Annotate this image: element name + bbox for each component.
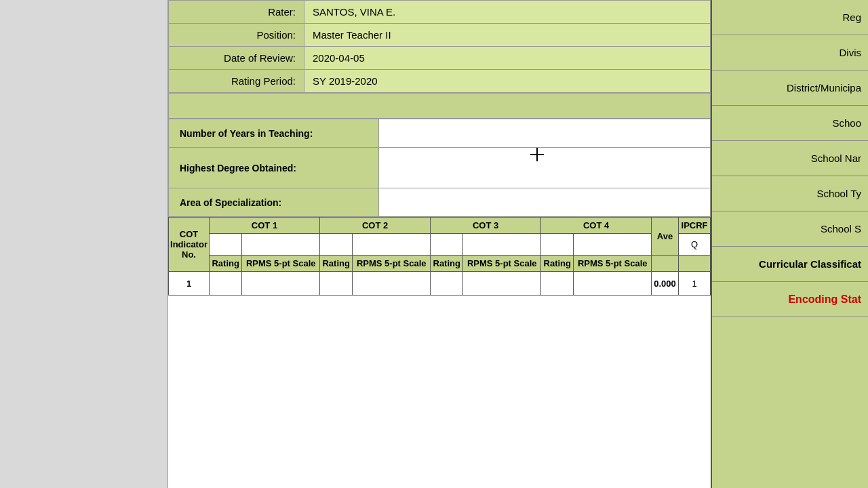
spacer-row [168, 93, 711, 119]
cot3-date2[interactable] [463, 234, 541, 256]
curricular-row: Curricular Classificat [712, 247, 868, 282]
cot-header-row-2: Q [169, 234, 711, 256]
cot2-rpms-header: RPMS 5-pt Scale [353, 256, 431, 272]
cot4-rating-header: Rating [541, 256, 574, 272]
cot2-rpms-1[interactable] [353, 272, 431, 296]
table-row-rating-period: Rating Period: SY 2019-2020 [169, 70, 711, 93]
content-area: Rater: SANTOS, VINA E. Position: Master … [168, 0, 711, 488]
ave-header: Ave [652, 218, 679, 256]
region-label: Reg [842, 12, 861, 23]
ave-1: 0.000 [652, 272, 679, 296]
division-row: Divis [712, 35, 868, 70]
cot3-rating-header: Rating [431, 256, 463, 272]
cot-header-row-1: COTIndicatorNo. COT 1 COT 2 COT 3 COT 4 … [169, 218, 711, 234]
cot1-header: COT 1 [210, 218, 320, 234]
rating-period-value[interactable]: SY 2019-2020 [304, 70, 711, 93]
cot3-rpms-1[interactable] [463, 272, 541, 296]
cot4-header: COT 4 [541, 218, 652, 234]
cot4-rating-1[interactable] [541, 272, 574, 296]
left-gray-panel [0, 0, 168, 488]
cot-data-row-1: 1 0.000 1 [169, 272, 711, 296]
division-label: Divis [840, 47, 862, 58]
cot3-date1[interactable] [431, 234, 463, 256]
right-panel: Reg Divis District/Municipa Schoo School… [711, 0, 868, 488]
school-name-row: School Nar [712, 141, 868, 176]
school-type-row: School Ty [712, 176, 868, 211]
cot-indicator-header: COTIndicatorNo. [169, 218, 210, 272]
date-label: Date of Review: [169, 47, 304, 70]
cot1-rating-1[interactable] [210, 272, 242, 296]
years-value[interactable] [379, 119, 711, 148]
ipcrf-q-header: Q [679, 234, 711, 256]
degree-label: Highest Degree Obtained: [169, 148, 379, 188]
cot2-rating-header: Rating [320, 256, 353, 272]
cursor-crosshair [530, 148, 544, 161]
cot3-header: COT 3 [431, 218, 541, 234]
position-value[interactable]: Master Teacher II [304, 24, 711, 47]
cot3-rating-1[interactable] [431, 272, 463, 296]
cot1-date1[interactable] [210, 234, 242, 256]
cot4-date1[interactable] [541, 234, 574, 256]
encoding-status-label: Encoding Stat [788, 293, 861, 306]
cot2-date1[interactable] [320, 234, 353, 256]
cot4-date2[interactable] [574, 234, 652, 256]
cot2-rating-1[interactable] [320, 272, 353, 296]
years-label: Number of Years in Teaching: [169, 119, 379, 148]
cot-table: COTIndicatorNo. COT 1 COT 2 COT 3 COT 4 … [168, 217, 711, 296]
specialization-label: Area of Specialization: [169, 188, 379, 217]
school-row: Schoo [712, 106, 868, 141]
table-row-rater: Rater: SANTOS, VINA E. [169, 1, 711, 24]
detail-table: Number of Years in Teaching: Highest Deg… [168, 119, 711, 217]
cot4-rpms-1[interactable] [574, 272, 652, 296]
cot2-header: COT 2 [320, 218, 431, 234]
encoding-status-row: Encoding Stat [712, 282, 868, 317]
cot1-rpms-header: RPMS 5-pt Scale [242, 256, 320, 272]
ave-sub-header [652, 256, 679, 272]
ipcrf-sub-header [679, 256, 711, 272]
cot-subheader-row: Rating RPMS 5-pt Scale Rating RPMS 5-pt … [169, 256, 711, 272]
school-name-label: School Nar [811, 152, 861, 164]
cot1-date2[interactable] [242, 234, 320, 256]
table-row-specialization: Area of Specialization: [169, 188, 711, 217]
school-type-label: School Ty [816, 188, 861, 199]
cot1-rpms-1[interactable] [242, 272, 320, 296]
school-size-row: School S [712, 211, 868, 247]
date-value[interactable]: 2020-04-05 [304, 47, 711, 70]
cot2-date2[interactable] [353, 234, 431, 256]
table-row-degree: Highest Degree Obtained: [169, 148, 711, 188]
ipcrf-header: IPCRF [679, 218, 711, 234]
ipcrf-q-1: 1 [679, 272, 711, 296]
cot1-rating-header: Rating [210, 256, 242, 272]
school-label: Schoo [832, 117, 861, 129]
main-container: Rater: SANTOS, VINA E. Position: Master … [0, 0, 868, 488]
district-label: District/Municipa [787, 82, 861, 94]
position-label: Position: [169, 24, 304, 47]
indicator-1: 1 [169, 272, 210, 296]
cot4-rpms-header: RPMS 5-pt Scale [574, 256, 652, 272]
table-row-date: Date of Review: 2020-04-05 [169, 47, 711, 70]
degree-value[interactable] [379, 148, 711, 188]
info-table: Rater: SANTOS, VINA E. Position: Master … [168, 0, 711, 93]
rater-value[interactable]: SANTOS, VINA E. [304, 1, 711, 24]
cot3-rpms-header: RPMS 5-pt Scale [463, 256, 541, 272]
specialization-value[interactable] [379, 188, 711, 217]
curricular-label: Curricular Classificat [759, 258, 861, 270]
table-row-position: Position: Master Teacher II [169, 24, 711, 47]
rating-period-label: Rating Period: [169, 70, 304, 93]
table-row-years: Number of Years in Teaching: [169, 119, 711, 148]
district-row: District/Municipa [712, 70, 868, 106]
rater-label: Rater: [169, 1, 304, 24]
region-row: Reg [712, 0, 868, 35]
school-size-label: School S [821, 223, 861, 235]
